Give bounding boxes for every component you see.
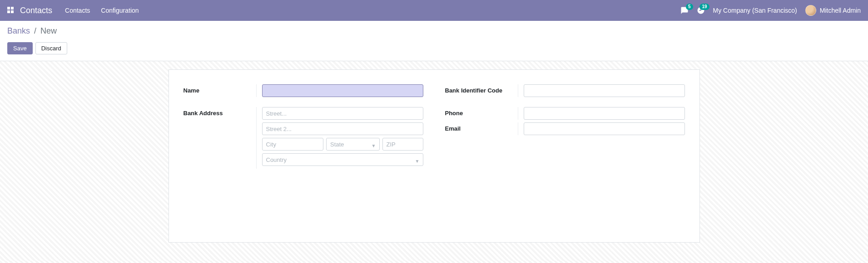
name-label: Name	[184, 84, 256, 94]
user-name: Mitchell Admin	[820, 7, 861, 14]
messages-button[interactable]: 5	[680, 6, 689, 15]
control-panel: Banks / New Save Discard	[0, 21, 868, 61]
nav-right: 5 19 My Company (San Francisco) Mitchell…	[680, 5, 861, 16]
activities-badge: 19	[699, 4, 709, 10]
activities-button[interactable]: 19	[697, 6, 705, 15]
breadcrumb-sep: /	[34, 26, 36, 35]
bic-label: Bank Identifier Code	[445, 84, 518, 94]
phone-label: Phone	[445, 107, 518, 117]
app-brand[interactable]: Contacts	[20, 6, 52, 15]
company-switcher[interactable]: My Company (San Francisco)	[713, 7, 797, 14]
apps-icon[interactable]	[7, 7, 15, 14]
address-label: Bank Address	[184, 107, 256, 117]
breadcrumb-current: New	[40, 26, 57, 35]
right-column: Bank Identifier Code Phone Email	[445, 84, 685, 179]
svg-rect-0	[7, 7, 10, 10]
form-columns: Name Bank Address ▼	[184, 84, 685, 179]
user-menu[interactable]: Mitchell Admin	[805, 5, 861, 16]
bic-input[interactable]	[524, 84, 685, 97]
nav-left: Contacts Contacts Configuration	[7, 6, 150, 15]
email-label: Email	[445, 122, 518, 132]
state-select[interactable]	[326, 138, 380, 151]
nav-contacts[interactable]: Contacts	[65, 7, 90, 14]
zip-input[interactable]	[382, 138, 423, 151]
form-sheet: Name Bank Address ▼	[169, 69, 700, 243]
svg-rect-3	[11, 10, 14, 13]
messages-badge: 5	[686, 4, 693, 10]
email-input[interactable]	[524, 122, 685, 135]
avatar	[805, 5, 816, 16]
svg-rect-2	[7, 10, 10, 13]
street2-input[interactable]	[262, 122, 423, 135]
city-input[interactable]	[262, 138, 324, 151]
top-navbar: Contacts Contacts Configuration 5 19 My …	[0, 0, 868, 21]
left-column: Name Bank Address ▼	[184, 84, 423, 179]
discard-button[interactable]: Discard	[35, 42, 67, 54]
save-button[interactable]: Save	[7, 42, 33, 54]
street-input[interactable]	[262, 107, 423, 120]
sheet-wrapper: Name Bank Address ▼	[0, 61, 868, 261]
breadcrumb: Banks / New	[7, 26, 861, 36]
nav-configuration[interactable]: Configuration	[101, 7, 139, 14]
phone-input[interactable]	[524, 107, 685, 120]
name-input[interactable]	[262, 84, 423, 97]
button-row: Save Discard	[7, 42, 861, 54]
country-select[interactable]	[262, 153, 423, 166]
breadcrumb-root[interactable]: Banks	[7, 26, 30, 35]
svg-rect-1	[11, 7, 14, 10]
